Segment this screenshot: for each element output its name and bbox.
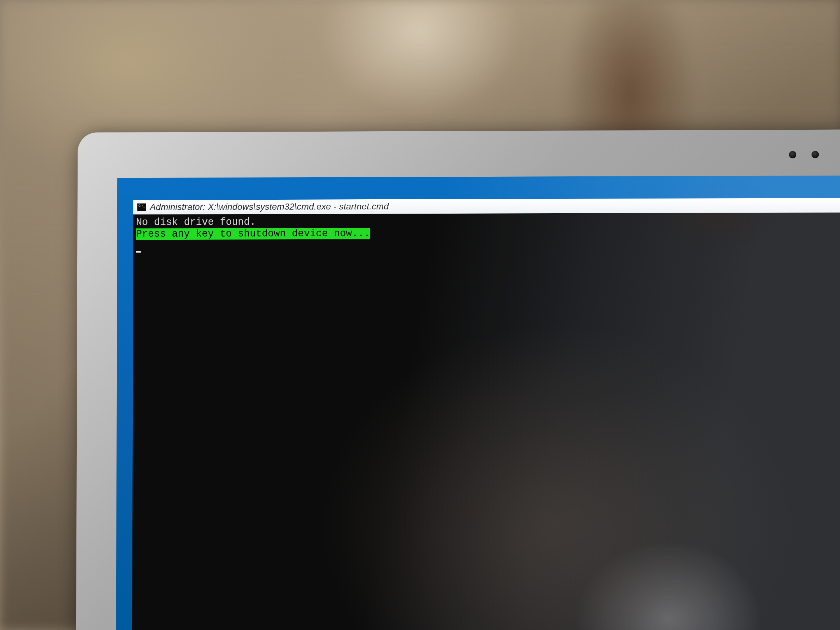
terminal-cursor bbox=[136, 251, 141, 253]
terminal-output[interactable]: No disk drive found. Press any key to sh… bbox=[132, 213, 840, 630]
window-title: Administrator: X:\windows\system32\cmd.e… bbox=[150, 201, 388, 212]
tablet-device: Administrator: X:\windows\system32\cmd.e… bbox=[80, 133, 840, 630]
terminal-line-highlight: Press any key to shutdown device now... bbox=[136, 228, 370, 240]
screen-bezel: Administrator: X:\windows\system32\cmd.e… bbox=[116, 175, 840, 630]
desktop-background: Administrator: X:\windows\system32\cmd.e… bbox=[116, 175, 840, 630]
cmd-icon bbox=[137, 203, 146, 211]
terminal-line: No disk drive found. bbox=[136, 215, 840, 229]
camera-sensor bbox=[812, 151, 819, 158]
command-prompt-window[interactable]: Administrator: X:\windows\system32\cmd.e… bbox=[132, 198, 840, 630]
window-titlebar[interactable]: Administrator: X:\windows\system32\cmd.e… bbox=[133, 198, 840, 215]
camera-sensor bbox=[789, 151, 796, 158]
